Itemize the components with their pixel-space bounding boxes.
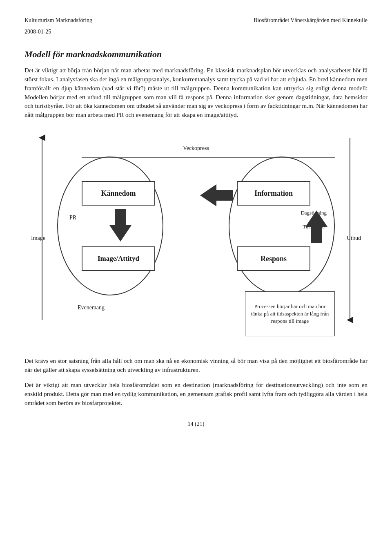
diagram-section: Image Utbud Veckopress PR Evenemang Dags… xyxy=(24,132,368,344)
box-information: Information xyxy=(237,181,310,206)
box-kannedom: Kännedom xyxy=(82,181,155,206)
page-title: Modell för marknadskommunikation xyxy=(24,48,368,61)
page-number: 14 (21) xyxy=(24,420,368,428)
note-box: Processen börjar här och man bör tänka p… xyxy=(245,291,335,336)
label-image: Image xyxy=(31,234,45,242)
label-pr: PR xyxy=(69,214,76,222)
diagram-container: Image Utbud Veckopress PR Evenemang Dags… xyxy=(24,132,368,344)
inner-diagram: Veckopress PR Evenemang Dagstidning IT T… xyxy=(57,140,335,336)
label-utbud: Utbud xyxy=(347,234,361,242)
label-veckopress: Veckopress xyxy=(183,144,209,152)
box-respons: Respons xyxy=(237,246,310,271)
left-oval xyxy=(57,157,163,295)
intro-paragraph: Det är viktigt att börja från början när… xyxy=(24,66,368,120)
label-dagstidning: Dagstidning IT Turistbyrå xyxy=(301,210,327,230)
label-evenemang: Evenemang xyxy=(78,304,105,312)
box-image-attityd: Image/Attityd xyxy=(82,246,155,271)
arrow-info-to-kannedom xyxy=(200,184,233,206)
document-date: 2008-01-25 xyxy=(24,28,368,36)
footer-paragraph-1: Det krävs en stor satsning från alla hål… xyxy=(24,357,368,375)
header-right: Biosfärområdet Vänerskärgården med Kinne… xyxy=(254,16,368,25)
footer-paragraph-2: Det är viktigt att man utvecklar hela bi… xyxy=(24,381,368,407)
header-left: Kulturturism Marknadsföring xyxy=(24,16,92,25)
